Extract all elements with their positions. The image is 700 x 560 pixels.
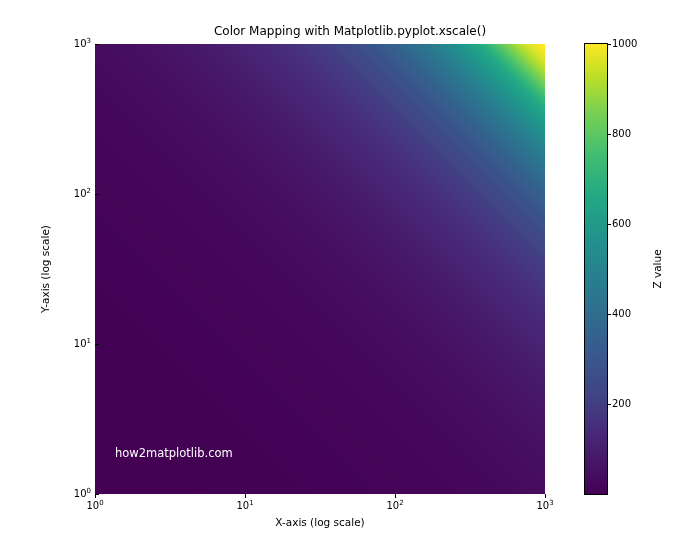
colorbar-label: Z value bbox=[650, 44, 664, 494]
y-tick: 102 bbox=[55, 189, 91, 199]
colorbar-tick: 400 bbox=[612, 309, 652, 319]
x-tick: 101 bbox=[225, 500, 265, 511]
x-axis-label: X-axis (log scale) bbox=[95, 516, 545, 528]
colorbar-tick: 200 bbox=[612, 399, 652, 409]
colorbar-tick: 800 bbox=[612, 129, 652, 139]
x-tick: 102 bbox=[375, 500, 415, 511]
y-axis-label: Y-axis (log scale) bbox=[38, 44, 52, 494]
y-tick: 100 bbox=[55, 489, 91, 499]
heatmap-image bbox=[95, 44, 545, 494]
y-tick: 101 bbox=[55, 339, 91, 349]
colorbar-tick: 600 bbox=[612, 219, 652, 229]
watermark-text: how2matplotlib.com bbox=[115, 446, 233, 460]
x-tick: 100 bbox=[75, 500, 115, 511]
heatmap-axes bbox=[95, 44, 545, 494]
colorbar-tick: 1000 bbox=[612, 39, 652, 49]
x-tick: 103 bbox=[525, 500, 565, 511]
chart-title: Color Mapping with Matplotlib.pyplot.xsc… bbox=[0, 24, 700, 38]
y-tick: 103 bbox=[55, 39, 91, 49]
figure: Color Mapping with Matplotlib.pyplot.xsc… bbox=[0, 0, 700, 560]
colorbar-gradient bbox=[585, 44, 607, 494]
colorbar bbox=[585, 44, 607, 494]
